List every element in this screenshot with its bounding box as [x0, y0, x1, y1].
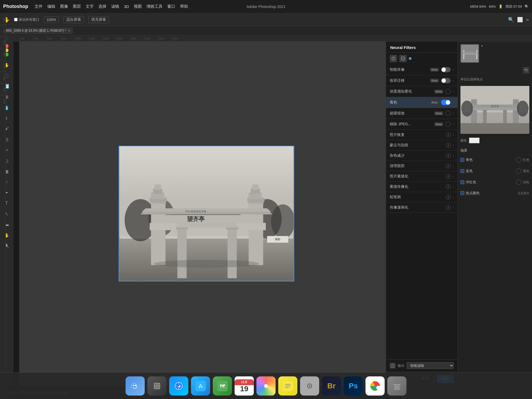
filter-category-icon1[interactable] [390, 55, 397, 62]
compare-icon[interactable] [390, 363, 396, 369]
filter-jpeg-removal[interactable]: 移除 JPEG... Beta › [386, 119, 458, 130]
noise-reduction-info-icon[interactable]: i [446, 153, 451, 158]
clean-face-info-icon[interactable]: i [446, 164, 451, 168]
focus-color-checkbox[interactable] [460, 191, 464, 195]
blue-slider[interactable] [516, 168, 521, 174]
photo-restore-info-icon[interactable]: i [446, 132, 451, 137]
arrange-icon[interactable]: ⬜ [517, 17, 523, 23]
dock-maps[interactable]: 🗺 [213, 376, 232, 396]
dock-chrome[interactable] [365, 376, 385, 396]
fit-screen-btn[interactable]: 适合屏幕 [63, 16, 84, 23]
dock-calendar[interactable]: 11月 19 [235, 376, 254, 396]
app-name[interactable]: Photoshop [3, 4, 28, 9]
dock-finder[interactable] [126, 376, 145, 396]
svg-rect-39 [476, 50, 477, 59]
dock-notes[interactable] [278, 376, 297, 396]
menu-item-filter[interactable]: 滤镜 [111, 4, 119, 9]
clean-face-chevron[interactable]: › [453, 164, 454, 168]
filter-photo-restore[interactable]: 照片恢复 i › [386, 130, 458, 140]
menu-item-3d[interactable]: 3D [124, 4, 129, 9]
sketch-portrait-chevron[interactable]: › [453, 185, 454, 189]
active-tab[interactable]: IMG_3289-3 @ 33.3% (图层 1, RGB/16*) * ✕ [3, 27, 73, 34]
dock-bridge[interactable]: Br [322, 376, 341, 396]
scroll-all-checkbox[interactable] [14, 18, 18, 21]
depth-haze-toggle[interactable] [445, 89, 451, 94]
portrait-comic-info-icon[interactable]: i [446, 205, 451, 210]
output-row: 输出 智能滤镜 [386, 359, 458, 372]
dock-trash[interactable] [387, 376, 406, 396]
filter-dust-scratches[interactable]: 蒙尘与划痕 i › [386, 140, 458, 151]
more-icon[interactable]: » [526, 17, 529, 23]
filter-colorize[interactable]: 着色 Beta › [386, 97, 458, 108]
magenta-slider[interactable] [516, 180, 521, 185]
makeup-transfer-toggle[interactable] [441, 78, 451, 83]
menu-item-edit[interactable]: 编辑 [47, 4, 55, 9]
preview-thumbnail[interactable] [460, 44, 479, 63]
color-swatch[interactable] [469, 138, 480, 143]
colorize-chevron[interactable]: › [453, 101, 454, 104]
menu-item-text[interactable]: 文字 [86, 4, 94, 9]
dock-system-prefs[interactable] [300, 376, 319, 396]
svg-point-62 [154, 385, 156, 387]
filter-depth-haze[interactable]: 深度感知雾化 Beta › [386, 86, 458, 97]
menu-item-layer[interactable]: 图层 [73, 4, 81, 9]
canvas-area[interactable]: 望齐亭 齐女连英雄忠东鲁 额勒 [19, 41, 386, 386]
cyan-checkbox[interactable] [460, 158, 464, 162]
app-title: Adobe Photoshop 2021 [247, 5, 285, 9]
photo-sketch-chevron[interactable]: › [453, 174, 454, 178]
menu-item-help[interactable]: 帮助 [180, 4, 188, 9]
thumbnail-dropdown[interactable]: ▾ [481, 44, 483, 48]
depth-haze-chevron[interactable]: › [453, 90, 454, 93]
filter-category-icon2[interactable] [399, 55, 407, 62]
output-select[interactable]: 智能滤镜 [407, 362, 454, 369]
search-icon[interactable]: 🔍 [508, 17, 514, 23]
menu-item-file[interactable]: 文件 [35, 4, 43, 9]
cyan-slider[interactable] [516, 157, 521, 163]
portrait-comic-chevron[interactable]: › [453, 206, 454, 209]
filter-makeup-transfer[interactable]: 妆容迁移 Beta › [386, 75, 458, 86]
smart-portrait-toggle[interactable] [441, 67, 451, 72]
photo-restore-chevron[interactable]: › [453, 133, 454, 137]
photo-sketch-info-icon[interactable]: i [446, 174, 451, 179]
menu-item-plugins[interactable]: 增效工具 [147, 4, 163, 9]
makeup-chevron[interactable]: › [453, 79, 454, 82]
super-zoom-chevron[interactable]: › [453, 111, 454, 115]
colorize-toggle[interactable] [441, 100, 451, 105]
zoom-level[interactable]: 100% [44, 16, 59, 23]
svg-text:齐女连英雄忠东鲁: 齐女连英雄忠东鲁 [185, 210, 206, 213]
jpeg-removal-chevron[interactable]: › [453, 122, 454, 126]
magenta-checkbox[interactable] [460, 180, 464, 184]
filter-noise-reduction[interactable]: 杂色减少 i › [386, 151, 458, 161]
jpeg-removal-toggle[interactable] [445, 122, 451, 127]
dock-launchpad[interactable] [147, 376, 167, 396]
svg-rect-53 [460, 123, 529, 134]
smart-portrait-chevron[interactable]: › [453, 68, 454, 72]
fill-screen-btn[interactable]: 填充屏幕 [88, 16, 109, 23]
pencil-drawing-chevron[interactable]: › [453, 195, 454, 199]
super-zoom-toggle[interactable] [445, 111, 451, 116]
filter-portrait-comic[interactable]: 肖像漫画化 i › [386, 202, 458, 213]
tab-close-icon[interactable]: ✕ [68, 29, 70, 32]
filter-smart-portrait[interactable]: 智能肖像 Beta › [386, 64, 458, 75]
filter-clean-face[interactable]: 清理面部 i › [386, 161, 458, 171]
dock-photos[interactable] [256, 376, 276, 396]
dock-appstore[interactable]: A [191, 376, 210, 396]
menu-item-select[interactable]: 选择 [98, 4, 106, 9]
pencil-drawing-info-icon[interactable]: i [446, 195, 451, 200]
dust-scratches-info-icon[interactable]: i [446, 143, 451, 148]
blue-checkbox[interactable] [460, 169, 464, 173]
sketch-portrait-info-icon[interactable]: i [446, 184, 451, 189]
noise-reduction-chevron[interactable]: › [453, 154, 454, 157]
dock-photoshop[interactable]: Ps [344, 376, 363, 396]
filter-sketch-portrait[interactable]: 素描肖像化 i › [386, 182, 458, 192]
filter-photo-sketch[interactable]: 照片素描化 i › [386, 171, 458, 182]
menu-item-image[interactable]: 图像 [60, 4, 68, 9]
menu-item-view[interactable]: 视图 [134, 4, 142, 9]
undo-icon[interactable] [523, 67, 529, 73]
filter-super-zoom[interactable]: 超级缩放 Beta › [386, 108, 458, 119]
svg-text:A: A [199, 383, 203, 389]
dock-safari[interactable] [169, 376, 188, 396]
filter-pencil-drawing[interactable]: 铅笔画 i › [386, 192, 458, 202]
dust-scratches-chevron[interactable]: › [453, 143, 454, 147]
menu-item-window[interactable]: 窗口 [167, 4, 175, 9]
